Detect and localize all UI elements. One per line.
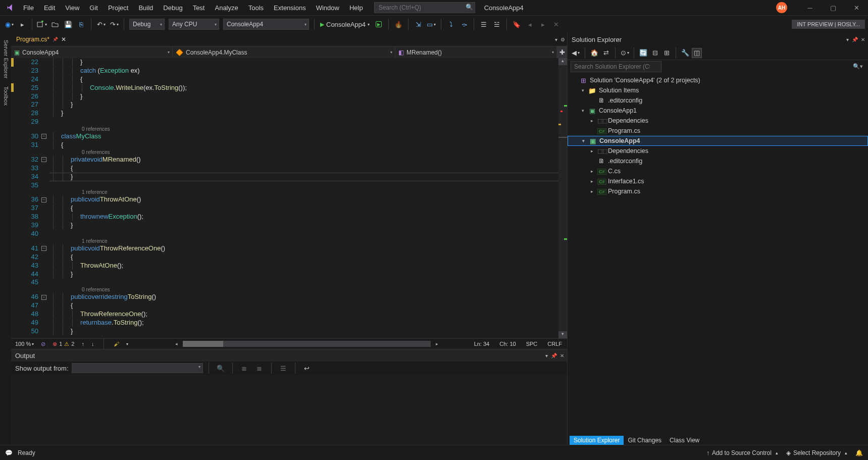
se-filter-button[interactable]: ⊙ [620, 48, 630, 58]
warning-count[interactable]: 2 [71, 341, 74, 347]
menu-git[interactable]: Git [84, 2, 103, 14]
undo-button[interactable]: ↶ [96, 19, 106, 29]
clear-bookmarks[interactable]: ✕ [551, 19, 561, 29]
code-line[interactable]: │ │ │ return base.ToString(); [52, 319, 558, 327]
tree-node[interactable]: 🗎.editorconfig [568, 95, 868, 106]
menu-test[interactable]: Test [188, 2, 210, 14]
nav-scope-select[interactable]: ▣ ConsoleApp4 [11, 46, 173, 58]
se-sync-button[interactable]: 🔄 [638, 48, 648, 58]
tree-node[interactable]: ▾▣ConsoleApp4 [568, 136, 868, 146]
nav-member-select[interactable]: ◧ MRenamed() [395, 46, 557, 58]
code-line[interactable]: │ │ } [52, 270, 558, 279]
feedback-icon[interactable]: 💬 [5, 449, 13, 456]
tab-solution-explorer[interactable]: Solution Explorer [570, 436, 624, 445]
output-pin-icon[interactable]: 📌 [551, 353, 557, 359]
tree-node[interactable]: ▸⬚⬚Dependencies [568, 116, 868, 126]
code-text-area[interactable]: │ │ │ }│ │ │ catch (Exception ex)│ │ │ {… [49, 58, 558, 338]
menu-extensions[interactable]: Extensions [269, 2, 311, 14]
fold-toggle[interactable]: − [41, 134, 46, 139]
fold-toggle[interactable]: − [41, 295, 46, 300]
fold-toggle[interactable]: − [41, 197, 46, 202]
se-back-button[interactable]: ◀ [571, 48, 581, 58]
output-wrap-button[interactable]: ↩ [302, 363, 312, 373]
expand-arrow-icon[interactable]: ▾ [580, 88, 586, 93]
toolbox-tab[interactable]: Toolbox [1, 82, 10, 110]
nav-bookmark-prev[interactable]: ◂ [525, 19, 535, 29]
code-line[interactable]: │ │ │ ThrowReferenceOne(); [52, 310, 558, 319]
uncomment-button[interactable]: ☱ [492, 19, 502, 29]
step-into-button[interactable]: ⤵ [446, 19, 456, 29]
tab-overflow-button[interactable]: ▾ [555, 37, 557, 42]
code-line[interactable] [52, 278, 558, 287]
global-search-input[interactable] [374, 2, 475, 13]
indent-indicator[interactable]: SPC [526, 341, 538, 347]
scroll-down-button[interactable]: ▾ [558, 331, 567, 338]
menu-project[interactable]: Project [103, 2, 133, 14]
tree-node[interactable]: C#Program.cs [568, 126, 868, 136]
code-editor[interactable]: ⬚↑ −−−−− 2223242526272829303132333435363… [11, 58, 567, 338]
browser-link-button[interactable]: ⇲ [413, 19, 423, 29]
expand-arrow-icon[interactable]: ▸ [589, 189, 595, 194]
close-button[interactable]: ✕ [845, 0, 868, 15]
step-over-button[interactable]: ⤼ [459, 19, 469, 29]
select-repository-button[interactable]: ◈Select Repository [786, 449, 847, 456]
configuration-select[interactable]: Debug [129, 19, 165, 30]
menu-file[interactable]: File [18, 2, 39, 14]
codelens[interactable]: 0 references [52, 287, 558, 293]
menu-debug[interactable]: Debug [158, 2, 187, 14]
lineending-indicator[interactable]: CRLF [547, 341, 562, 347]
expand-arrow-icon[interactable]: ▸ [589, 118, 595, 123]
tab-settings-icon[interactable]: ⚙ [560, 37, 565, 42]
tree-node[interactable]: ▾📁Solution Items [568, 85, 868, 95]
cleanup-button[interactable]: 🖌 [114, 341, 119, 347]
se-properties-button[interactable]: 🔧 [680, 48, 690, 58]
codelens[interactable]: 0 references [52, 126, 558, 132]
fold-toggle[interactable]: − [41, 157, 46, 162]
se-home-button[interactable]: 🏠 [589, 48, 599, 58]
nav-bookmark-next[interactable]: ▸ [538, 19, 548, 29]
code-line[interactable]: │ │ private void MRenamed() [52, 156, 558, 164]
publish-button[interactable]: ▭ [426, 19, 436, 29]
expand-arrow-icon[interactable]: ▾ [580, 138, 586, 143]
code-line[interactable]: │ { [52, 141, 558, 149]
open-file-button[interactable] [50, 19, 60, 29]
preview-badge[interactable]: INT PREVIEW | ROSLY... [792, 20, 865, 29]
panel-pin-icon[interactable]: 📌 [852, 37, 858, 42]
code-line[interactable] [52, 118, 558, 126]
code-line[interactable]: │ │ { [52, 301, 558, 310]
tree-node[interactable]: ▸C#C.cs [568, 166, 868, 176]
codelens[interactable]: 1 reference [52, 238, 558, 244]
se-collapse-button[interactable]: ⊟ [650, 48, 660, 58]
hscroll-left-button[interactable]: ◂ [175, 341, 178, 346]
output-goto-prev[interactable]: ≣ [239, 363, 249, 373]
split-editor-button[interactable]: ✚ [557, 46, 567, 58]
start-debug-button[interactable]: ▶ConsoleApp4▾ [320, 21, 370, 28]
output-goto-next[interactable]: ≣ [254, 363, 265, 373]
maximize-button[interactable]: ▢ [822, 0, 845, 15]
no-issues-icon[interactable]: ⊘ [41, 341, 45, 347]
output-text-area[interactable] [11, 375, 567, 445]
code-line[interactable]: │ │ { [52, 253, 558, 262]
panel-dropdown-icon[interactable]: ▾ [846, 37, 849, 42]
code-line[interactable]: │ │ public void ThrowAtOne() [52, 195, 558, 204]
comment-button[interactable]: ☰ [479, 19, 489, 29]
nav-prev-issue[interactable]: ↑ [81, 341, 84, 347]
code-line[interactable]: │ │ } [52, 173, 558, 181]
tree-node[interactable]: ▾▣ConsoleApp1 [568, 106, 868, 116]
tree-node[interactable]: ▸⬚⬚Dependencies [568, 146, 868, 156]
code-line[interactable]: │ │ } [52, 327, 558, 336]
zoom-level[interactable]: 100 % [15, 341, 31, 347]
code-line[interactable]: │ │ │ } [52, 92, 558, 101]
code-line[interactable]: │ } [52, 109, 558, 118]
code-line[interactable]: │ class MyClass [52, 132, 558, 141]
line-indicator[interactable]: Ln: 34 [474, 341, 490, 347]
code-line[interactable]: │ │ │ } [52, 58, 558, 67]
platform-select[interactable]: Any CPU [169, 19, 219, 30]
nav-type-select[interactable]: 🔶 ConsoleApp4.MyClass [173, 46, 395, 58]
code-line[interactable]: │ │ │ { [52, 75, 558, 84]
code-line[interactable]: │ │ │ │ Console.WriteLine(ex.ToString())… [52, 84, 558, 92]
tab-class-view[interactable]: Class View [666, 436, 703, 445]
scroll-up-button[interactable]: ▴ [558, 58, 567, 65]
server-explorer-tab[interactable]: Server Explorer [1, 36, 10, 82]
menu-view[interactable]: View [60, 2, 84, 14]
